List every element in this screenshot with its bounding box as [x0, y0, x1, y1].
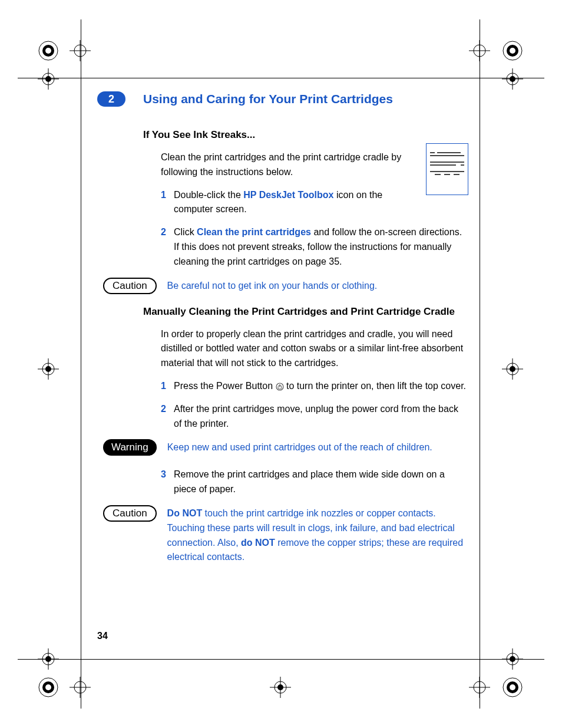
- warning-callout: Warning Keep new and used print cartridg…: [97, 439, 468, 456]
- registration-mark-icon: [469, 40, 490, 61]
- section1-intro: Clean the print cartridges and the print…: [161, 150, 404, 180]
- crop-line-bottom: [18, 659, 544, 660]
- warning-badge: Warning: [103, 439, 157, 456]
- caution-text: Do NOT touch the print cartridge ink noz…: [167, 505, 468, 565]
- registration-mark-icon: [502, 648, 523, 670]
- registration-mark-icon: [502, 68, 523, 90]
- crop-line-top: [18, 78, 544, 78]
- streaks-illustration: [426, 143, 468, 195]
- step-number: 2: [161, 402, 174, 431]
- registration-mark-icon: [502, 677, 523, 698]
- section2-intro: In order to properly clean the print car…: [161, 327, 468, 371]
- step-number: 1: [161, 188, 174, 218]
- registration-mark-icon: [70, 677, 91, 698]
- section-title-ink-streaks: If You See Ink Streaks...: [143, 129, 468, 141]
- registration-mark-icon: [38, 677, 59, 698]
- svg-point-54: [510, 684, 515, 690]
- caution-callout: Caution Be careful not to get ink on you…: [97, 278, 468, 294]
- registration-mark-icon: [38, 358, 59, 380]
- registration-mark-icon: [38, 648, 59, 670]
- warning-text: Keep new and used print cartridges out o…: [167, 439, 468, 455]
- caution-badge: Caution: [103, 505, 157, 522]
- chapter-header: 2 Using and Caring for Your Print Cartri…: [97, 91, 468, 107]
- section2b-steps: 3 Remove the print cartridges and place …: [161, 467, 445, 497]
- chapter-number-badge: 2: [97, 91, 125, 107]
- list-item: 2 After the print cartridges move, unplu…: [161, 402, 468, 431]
- step-text: After the print cartridges move, unplug …: [174, 402, 468, 431]
- toolbox-link: HP DeskJet Toolbox: [243, 190, 333, 200]
- section1-steps: 1 Double-click the HP DeskJet Toolbox ic…: [161, 188, 404, 218]
- registration-mark-icon: [469, 677, 490, 698]
- step-text: Click Clean the print cartridges and fol…: [174, 225, 468, 269]
- chapter-title: Using and Caring for Your Print Cartridg…: [143, 92, 393, 106]
- power-icon: [276, 383, 284, 391]
- registration-mark-icon: [502, 358, 523, 380]
- registration-mark-icon: [70, 40, 91, 61]
- list-item: 1 Double-click the HP DeskJet Toolbox ic…: [161, 188, 404, 218]
- registration-mark-icon: [502, 40, 523, 61]
- svg-point-37: [45, 684, 51, 690]
- svg-point-18: [510, 48, 515, 54]
- list-item: 1 Press the Power Button to turn the pri…: [161, 379, 468, 394]
- clean-cartridges-link: Clean the print cartridges: [197, 227, 311, 237]
- step-text: Remove the print cartridges and place th…: [174, 467, 445, 497]
- crop-line-left: [81, 19, 81, 709]
- list-item: 3 Remove the print cartridges and place …: [161, 467, 445, 497]
- registration-mark-icon: [38, 68, 59, 90]
- caution-badge: Caution: [103, 278, 157, 294]
- page-content: 2 Using and Caring for Your Print Cartri…: [97, 91, 468, 577]
- caution-callout-2: Caution Do NOT touch the print cartridge…: [97, 505, 468, 565]
- svg-point-5: [45, 48, 51, 54]
- section1-steps-cont: 2 Click Clean the print cartridges and f…: [161, 225, 468, 269]
- section-title-manual-clean: Manually Cleaning the Print Cartridges a…: [143, 306, 468, 318]
- step-text: Press the Power Button to turn the print…: [174, 379, 468, 394]
- crop-line-right: [480, 19, 480, 709]
- step-text: Double-click the HP DeskJet Toolbox icon…: [174, 188, 404, 218]
- registration-mark-icon: [38, 40, 59, 61]
- step-number: 1: [161, 379, 174, 394]
- step-number: 3: [161, 467, 174, 497]
- list-item: 2 Click Clean the print cartridges and f…: [161, 225, 468, 269]
- section2-steps: 1 Press the Power Button to turn the pri…: [161, 379, 468, 431]
- step-number: 2: [161, 225, 174, 269]
- caution-text: Be careful not to get ink on your hands …: [167, 278, 468, 294]
- page-number: 34: [97, 631, 108, 641]
- registration-mark-icon: [270, 677, 291, 698]
